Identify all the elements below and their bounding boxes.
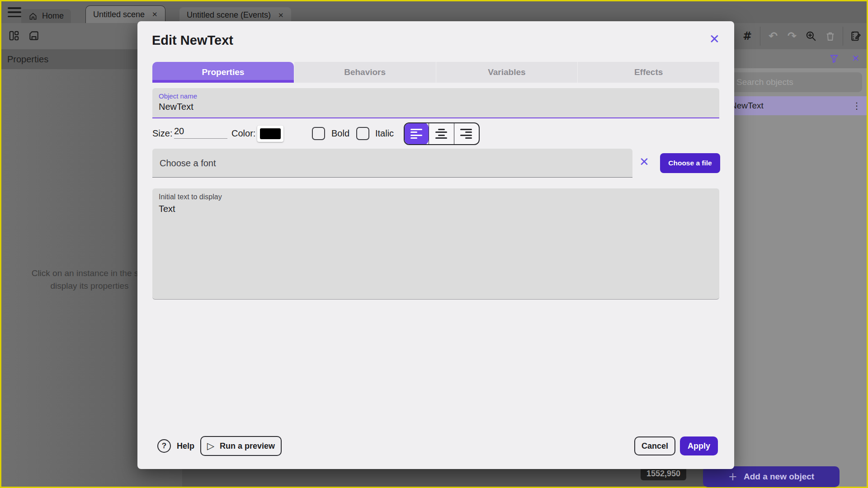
- tab-home-label: Home: [42, 11, 64, 21]
- kebab-menu-icon[interactable]: ⋮: [852, 100, 861, 111]
- bold-checkbox[interactable]: [312, 127, 325, 140]
- save-icon[interactable]: [28, 29, 40, 42]
- align-right-button[interactable]: [454, 123, 479, 144]
- color-label: Color:: [231, 128, 255, 139]
- home-icon: [28, 12, 38, 21]
- font-select-placeholder: Choose a font: [160, 149, 216, 178]
- initial-text-label: Initial text to display: [159, 193, 222, 201]
- dialog-title: Edit NewText: [152, 33, 233, 48]
- tab-variables[interactable]: Variables: [436, 62, 578, 83]
- italic-checkbox[interactable]: [356, 127, 369, 140]
- close-icon[interactable]: ✕: [852, 53, 859, 64]
- text-style-row: Size: Color: Bold Italic: [152, 122, 719, 145]
- text-alignment-group: [404, 122, 480, 145]
- trash-icon[interactable]: [824, 30, 836, 42]
- bold-label: Bold: [331, 128, 349, 139]
- search-objects-input[interactable]: [729, 72, 862, 92]
- tab-home[interactable]: Home: [21, 9, 71, 23]
- font-select-field[interactable]: Choose a font: [152, 149, 632, 178]
- objects-panel-header: ✕: [726, 49, 867, 68]
- hamburger-menu-icon[interactable]: [8, 7, 21, 17]
- run-preview-button[interactable]: ▷ Run a preview: [200, 436, 282, 456]
- italic-label: Italic: [375, 128, 394, 139]
- tab-events-label: Untitled scene (Events): [187, 10, 271, 20]
- filter-icon[interactable]: [829, 53, 840, 64]
- tab-properties[interactable]: Properties: [152, 62, 294, 83]
- search-objects-field[interactable]: [729, 72, 862, 92]
- help-button[interactable]: ? Help: [157, 436, 194, 456]
- app-window: Home Untitled scene ✕ Untitled scene (Ev…: [0, 0, 868, 488]
- undo-icon[interactable]: ↶: [767, 30, 779, 42]
- color-picker-swatch[interactable]: [257, 126, 283, 142]
- clear-font-icon[interactable]: ✕: [639, 156, 649, 168]
- align-center-button[interactable]: [429, 123, 453, 144]
- tab-untitled-scene[interactable]: Untitled scene ✕: [85, 5, 165, 23]
- zoom-in-icon[interactable]: [805, 30, 817, 42]
- color-swatch-value: [260, 128, 281, 139]
- grid-icon[interactable]: #: [741, 30, 754, 42]
- cancel-button[interactable]: Cancel: [634, 436, 675, 455]
- window-tab-bar: Home Untitled scene ✕ Untitled scene (Ev…: [1, 1, 867, 23]
- initial-text-field[interactable]: Initial text to display Text: [152, 188, 719, 300]
- redo-icon[interactable]: ↷: [786, 30, 798, 42]
- split-view-icon[interactable]: [8, 29, 20, 42]
- tab-behaviors[interactable]: Behaviors: [294, 62, 436, 83]
- add-new-object-button[interactable]: + Add a new object: [703, 466, 840, 487]
- play-icon: ▷: [207, 441, 214, 451]
- size-input[interactable]: [174, 126, 227, 139]
- close-icon[interactable]: ✕: [709, 33, 720, 46]
- edit-object-dialog: Edit NewText ✕ Properties Behaviors Vari…: [137, 21, 734, 469]
- object-name-field-label: Object name: [159, 92, 197, 100]
- apply-button[interactable]: Apply: [680, 436, 718, 455]
- objects-panel: ✕ NewText ⋮: [726, 49, 867, 487]
- tab-scene-label: Untitled scene: [93, 10, 145, 19]
- help-icon: ?: [157, 439, 171, 453]
- dialog-tabs: Properties Behaviors Variables Effects: [152, 62, 719, 83]
- close-icon[interactable]: ✕: [278, 11, 284, 19]
- object-name-field[interactable]: Object name: [152, 88, 719, 118]
- object-name-input[interactable]: [159, 102, 430, 112]
- dialog-footer: ? Help ▷ Run a preview Cancel Apply: [137, 436, 734, 456]
- initial-text-value: Text: [159, 204, 175, 214]
- choose-file-button[interactable]: Choose a file: [660, 153, 720, 173]
- close-icon[interactable]: ✕: [152, 10, 158, 19]
- toolbar-divider: [843, 27, 843, 46]
- plus-icon: +: [728, 471, 737, 482]
- size-label: Size:: [152, 128, 172, 139]
- tab-untitled-scene-events[interactable]: Untitled scene (Events) ✕: [179, 7, 291, 23]
- tab-effects[interactable]: Effects: [577, 62, 719, 83]
- object-list-item[interactable]: NewText ⋮: [726, 96, 867, 115]
- align-left-button[interactable]: [404, 122, 429, 145]
- edit-scene-icon[interactable]: [849, 30, 862, 42]
- toolbar-divider: [760, 27, 760, 46]
